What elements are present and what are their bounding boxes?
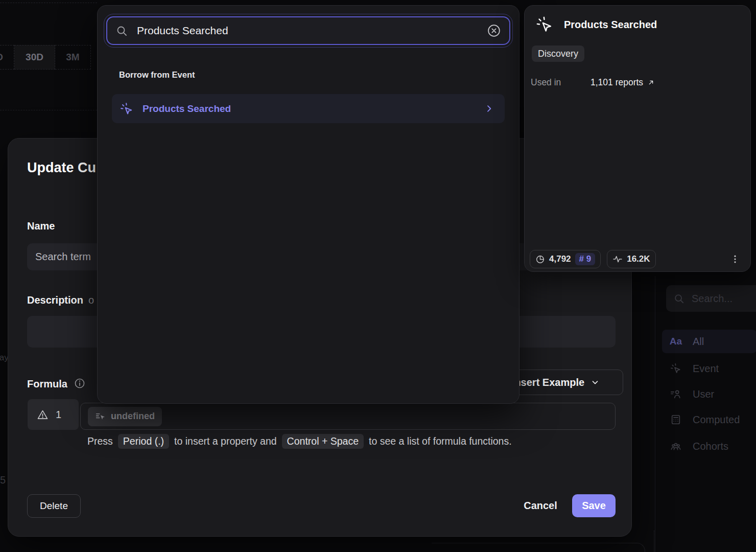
event-info-card: Products Searched Discovery Used in 1,10…: [524, 5, 751, 272]
pie-chart-icon: [535, 255, 545, 264]
sidebar-item-cohorts[interactable]: Cohorts: [662, 434, 756, 458]
error-count: 1: [56, 409, 61, 421]
sidebar-item-computed[interactable]: Computed: [662, 408, 756, 431]
time-range-7d[interactable]: D: [0, 45, 14, 70]
formula-label: Formula: [27, 377, 86, 390]
chevron-down-icon: [590, 378, 600, 387]
card-title: Products Searched: [564, 19, 657, 31]
info-icon[interactable]: [74, 377, 86, 389]
description-label: Descriptiono: [27, 294, 94, 306]
sidebar-search[interactable]: [666, 285, 756, 312]
event-property-icon: [95, 411, 106, 422]
modal-title: Update Cu: [27, 160, 96, 176]
formula-property-chip[interactable]: undefined: [88, 407, 162, 426]
stats-row: 4,792 # 9 16.2K: [530, 250, 656, 268]
search-icon: [673, 293, 684, 304]
sidebar-item-label: All: [693, 336, 704, 348]
used-in-label: Used in: [531, 77, 590, 88]
formula-input[interactable]: undefined: [80, 403, 616, 430]
property-search-dialog: Borrow from Event Products Searched: [97, 5, 519, 404]
background-panel-edge: [432, 543, 645, 552]
search-field[interactable]: [106, 16, 510, 45]
search-icon: [115, 25, 128, 37]
used-in-row: Used in 1,101 reports: [531, 77, 655, 88]
volume-pill[interactable]: 16.2K: [607, 250, 655, 268]
external-link-icon: [647, 79, 655, 86]
chip-label: undefined: [111, 411, 155, 422]
sidebar-item-label: Event: [693, 363, 719, 375]
more-options-icon[interactable]: [727, 251, 743, 267]
search-result-products-searched[interactable]: Products Searched: [112, 94, 505, 123]
rank-badge: # 9: [575, 253, 596, 265]
cohorts-icon: [669, 441, 682, 452]
save-button[interactable]: Save: [572, 494, 616, 517]
background-number-fragment: 5: [0, 474, 6, 486]
volume-value: 16.2K: [627, 254, 650, 264]
sidebar-item-label: User: [693, 388, 714, 400]
calculator-icon: [669, 414, 682, 425]
formula-hint: Press Period (.) to insert a property an…: [87, 434, 512, 449]
category-badge: Discovery: [532, 45, 584, 62]
optional-hint: o: [88, 294, 94, 306]
event-icon: [536, 16, 553, 33]
time-range-30d[interactable]: 30D: [14, 45, 55, 70]
sidebar-item-user[interactable]: User: [662, 382, 756, 406]
warning-icon: [37, 409, 49, 421]
activity-icon: [612, 254, 623, 264]
count-pill[interactable]: 4,792 # 9: [530, 250, 601, 268]
key-control-space: Control + Space: [282, 434, 364, 449]
used-in-reports-link[interactable]: 1,101 reports: [590, 77, 655, 88]
formula-error-badge: 1: [28, 399, 79, 430]
background-dotted-line: [654, 531, 654, 552]
delete-button[interactable]: Delete: [27, 494, 81, 518]
text-aa-icon: Aa: [669, 336, 682, 347]
background-divider: [0, 3, 97, 3]
event-icon: [120, 102, 133, 116]
sidebar-search-input[interactable]: [692, 293, 753, 305]
time-range-selector: D 30D 3M: [0, 45, 91, 70]
property-type-sidebar: Aa All Event User Computed Cohorts: [655, 276, 756, 552]
section-label: Borrow from Event: [119, 70, 195, 80]
cancel-button[interactable]: Cancel: [512, 494, 569, 517]
sidebar-item-label: Cohorts: [693, 441, 728, 452]
screen: D 30D 3M lay 5 Aa All Event User: [0, 0, 756, 552]
name-label: Name: [27, 220, 55, 232]
clear-icon[interactable]: [487, 24, 501, 38]
chevron-right-icon: [485, 104, 493, 113]
key-period: Period (.): [118, 434, 169, 449]
result-label: Products Searched: [143, 103, 476, 114]
sidebar-item-all[interactable]: Aa All: [662, 330, 756, 353]
search-input[interactable]: [137, 25, 478, 37]
event-icon: [669, 363, 682, 374]
sidebar-item-label: Computed: [693, 414, 740, 426]
background-divider: [0, 110, 97, 110]
sidebar-item-event[interactable]: Event: [662, 357, 756, 380]
user-icon: [669, 388, 682, 400]
time-range-3m[interactable]: 3M: [55, 45, 91, 70]
count-value: 4,792: [549, 254, 571, 264]
